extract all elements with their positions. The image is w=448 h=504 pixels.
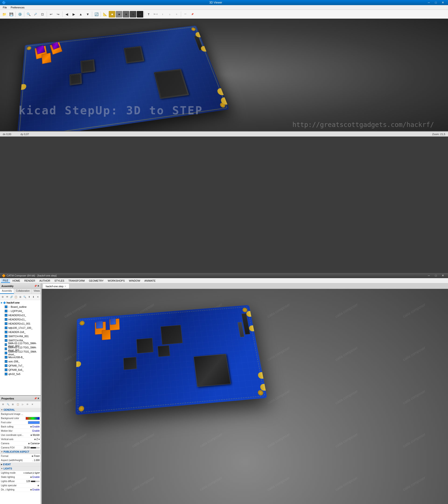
toolbar-open[interactable]: 📁 bbox=[1, 11, 7, 18]
prop-tool-7[interactable]: ✕ bbox=[30, 402, 35, 407]
minimize-button[interactable]: ─ bbox=[426, 0, 432, 5]
tree-item-qfn48-7x7[interactable]: ✓ QFN48_7x7_ bbox=[0, 363, 41, 368]
composer-close-button[interactable]: ✕ bbox=[440, 273, 446, 278]
prop-dropdown-format[interactable]: ▾ bbox=[39, 455, 40, 457]
prop-section-publication[interactable]: ▼ PUBLICATION ASPECT bbox=[0, 450, 41, 454]
composer-3d-viewport[interactable]: catia composer catia composer catia comp… bbox=[42, 289, 448, 504]
tree-item-board-outline[interactable]: ✓ ▷ Board_outline bbox=[0, 305, 41, 309]
toolbar-right[interactable]: ▶ bbox=[71, 11, 77, 18]
toolbar-settings[interactable]: ⚙️ bbox=[17, 11, 23, 18]
tree-item-lqfp144[interactable]: ✓ ▷ LQFP144_ bbox=[0, 309, 41, 313]
prop-section-event[interactable]: ▶ EVENT bbox=[0, 463, 41, 467]
toolbar-zoom-out[interactable]: 🔎 bbox=[32, 11, 39, 18]
prop-row-foot-color[interactable]: Foot color bbox=[0, 420, 41, 425]
tree-item-soic208[interactable]: ✓ soic-208_ bbox=[0, 359, 41, 363]
toolbar-pin[interactable]: 📌 bbox=[189, 11, 196, 18]
composer-minimize-button[interactable]: ─ bbox=[426, 273, 432, 278]
assembly-tool-7[interactable]: ⬆ bbox=[27, 295, 31, 299]
tree-item-header2x11-001[interactable]: ✓ HEADER2x11_001 bbox=[0, 322, 41, 326]
close-button[interactable]: ✕ bbox=[440, 0, 446, 5]
menu-file[interactable]: FILE bbox=[1, 279, 10, 283]
composer-maximize-button[interactable]: □ bbox=[433, 273, 439, 278]
prop-row-vertical-axis[interactable]: Vertical axis Z ▾ bbox=[0, 437, 41, 441]
foot-color-swatch[interactable] bbox=[28, 421, 40, 424]
prop-row-lights-diffuse[interactable]: Lights diffuse 128 bbox=[0, 479, 41, 484]
prop-row-motion-blur[interactable]: Motion blur Enable bbox=[0, 429, 41, 433]
prop-dropdown-camera[interactable]: ▾ bbox=[39, 442, 40, 445]
prop-tool-5[interactable]: ▷ bbox=[20, 402, 25, 407]
prop-row-format[interactable]: Format Free ▾ bbox=[0, 454, 41, 458]
tree-item-qfn32[interactable]: ✓ qfn32_5x5 bbox=[0, 372, 41, 376]
tree-item-header2x11[interactable]: ✓ HEADER2x11_ bbox=[0, 317, 41, 322]
tree-check-sma-001[interactable]: ✓ bbox=[5, 347, 7, 350]
toolbar-dim4[interactable]: ○ bbox=[173, 11, 180, 18]
assembly-tool-9[interactable]: ✕ bbox=[36, 295, 40, 299]
tree-check-qfn48-6x6[interactable]: ✓ bbox=[5, 368, 7, 371]
tree-item-header2x8[interactable]: ✓ HEADER-2x8_ bbox=[0, 330, 41, 334]
menu-author[interactable]: AUTHOR bbox=[37, 279, 52, 283]
tree-check-qfn48-7x7[interactable]: ✓ bbox=[5, 364, 7, 367]
assembly-tool-6[interactable]: 🔍 bbox=[23, 295, 27, 299]
tree-check-tqfp100[interactable]: ✓ bbox=[5, 326, 7, 329]
viewport-tab-close[interactable]: ✕ bbox=[64, 285, 66, 288]
viewport-tab-hackrf[interactable]: hackrf-one.step ✕ bbox=[43, 284, 69, 289]
assembly-tool-8[interactable]: ⬇ bbox=[31, 295, 36, 299]
assembly-tool-4[interactable]: 📋 bbox=[14, 295, 18, 299]
prop-section-lights[interactable]: ▼ LIGHTS bbox=[0, 467, 41, 471]
tree-check-board-outline[interactable]: ✓ bbox=[5, 306, 7, 308]
camera-fov-slider[interactable] bbox=[30, 447, 40, 449]
tree-check-switch-ra-001[interactable]: ✓ bbox=[5, 335, 7, 338]
toolbar-dim3[interactable]: ⟂ bbox=[166, 11, 173, 18]
assembly-pin-icon[interactable]: 📌 bbox=[34, 285, 37, 287]
menu-render[interactable]: RENDER bbox=[22, 279, 37, 283]
menu-workshops[interactable]: WORKSHOPS bbox=[106, 279, 127, 283]
tree-item-qfn48-6x6[interactable]: ✓ QFN48_6x6_ bbox=[0, 368, 41, 372]
prop-row-back-culling[interactable]: Back culling Enable bbox=[0, 425, 41, 429]
toolbar-dim1[interactable]: ⊢⊣ bbox=[152, 11, 159, 18]
toolbar-redo[interactable]: ↪ bbox=[55, 11, 61, 18]
tree-item-tqfp100[interactable]: ✓ tqfp100_17x17_100_ bbox=[0, 326, 41, 330]
tree-check-soic208[interactable]: ✓ bbox=[5, 360, 7, 363]
menu-file[interactable]: File bbox=[1, 6, 9, 9]
assembly-tool-2[interactable]: 👁 bbox=[5, 295, 9, 299]
prop-section-general[interactable]: ▼ GENERAL bbox=[0, 408, 41, 412]
prop-tool-6[interactable]: ⟳ bbox=[25, 402, 30, 407]
toolbar-text[interactable]: T bbox=[145, 11, 152, 18]
toolbar-box1[interactable]: ◼ bbox=[109, 11, 115, 18]
menu-geometry[interactable]: GEOMETRY bbox=[87, 279, 106, 283]
prop-row-static-lighting[interactable]: Static lighting Enable bbox=[0, 475, 41, 479]
toolbar-rotate[interactable]: 🔄 bbox=[93, 11, 100, 18]
tree-check-switch-ra[interactable]: ✓ bbox=[5, 339, 7, 342]
menu-preferences[interactable]: Preferences bbox=[9, 6, 26, 9]
prop-row-lights-specular[interactable]: Lights specular bbox=[0, 484, 41, 488]
prop-row-background-image[interactable]: Background image ... bbox=[0, 412, 41, 416]
lights-diffuse-slider[interactable] bbox=[31, 481, 40, 482]
toolbar-fit[interactable]: ⊡ bbox=[39, 11, 46, 18]
toolbar-up[interactable]: ▲ bbox=[77, 11, 84, 18]
toolbar-box3[interactable]: ◼ bbox=[123, 11, 129, 18]
toolbar-box4[interactable]: ◼ bbox=[130, 11, 136, 18]
toolbar-undo[interactable]: ↩ bbox=[48, 11, 54, 18]
toolbar-box2[interactable]: ◼ bbox=[116, 11, 122, 18]
tree-check-header2x8[interactable]: ✓ bbox=[5, 331, 7, 333]
toolbar-save[interactable]: 💾 bbox=[8, 11, 15, 18]
tree-item-switch-ra-001[interactable]: ✓ SWITCH-RA_001 bbox=[0, 334, 41, 338]
properties-pin-icon[interactable]: 📌 bbox=[34, 397, 37, 400]
prop-row-camera[interactable]: Camera Camera ▾ bbox=[0, 441, 41, 446]
tree-check-header2x11[interactable]: ✓ bbox=[5, 318, 7, 321]
tree-check-lqfp144[interactable]: ✓ bbox=[5, 310, 7, 312]
tab-assembly[interactable]: Assembly bbox=[0, 289, 14, 294]
toolbar-dim2[interactable]: ↕ bbox=[159, 11, 166, 18]
prop-row-aspect[interactable]: Aspect (width/height) . 1.000 bbox=[0, 458, 41, 463]
menu-home[interactable]: HOME bbox=[11, 279, 22, 283]
prop-dropdown-coord-sys[interactable]: ▾ bbox=[39, 434, 40, 436]
prop-row-camera-fov[interactable]: Camera FOV 28.59 bbox=[0, 446, 41, 450]
toolbar-box5[interactable]: ◼ bbox=[137, 11, 143, 18]
prop-dropdown-lighting-mode[interactable]: ▾ bbox=[39, 472, 40, 474]
menu-animate[interactable]: ANIMATE bbox=[143, 279, 158, 283]
prop-row-lighting-mode[interactable]: Lighting mode ● Default (2 light ▾ bbox=[0, 471, 41, 475]
menu-transform[interactable]: TRANSFORM bbox=[67, 279, 87, 283]
maximize-button[interactable]: □ bbox=[433, 0, 439, 5]
toolbar-measure[interactable]: 📐 bbox=[102, 11, 108, 18]
tree-check-microusb[interactable]: ✓ bbox=[5, 356, 7, 359]
